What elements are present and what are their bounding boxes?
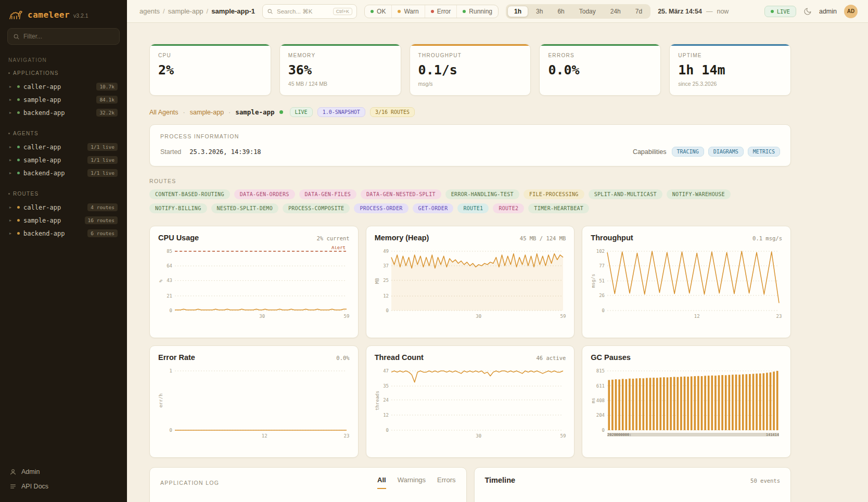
time-range-today[interactable]: Today (572, 6, 603, 17)
time-range-7d[interactable]: 7d (629, 6, 649, 17)
topbar-right: LIVE admin AD (764, 5, 858, 18)
svg-text:MB: MB (375, 278, 380, 284)
footer-item-api-docs[interactable]: API Docs (7, 479, 120, 494)
footer-item-admin[interactable]: Admin (7, 465, 120, 479)
application-log-title: APPLICATION LOG (160, 480, 219, 486)
status-dot-icon (17, 111, 20, 114)
sidebar-sections: APPLICATIONS▸caller-app10.7k▸sample-app8… (7, 70, 120, 458)
camel-logo-icon (8, 8, 24, 21)
date-label: 25. März 14:54 (658, 8, 702, 15)
status-filter-warn[interactable]: Warn (391, 5, 424, 18)
breadcrumb-agents[interactable]: agents (139, 7, 160, 15)
svg-text:37: 37 (383, 263, 389, 268)
sidebar-item-caller-app[interactable]: ▸caller-app1/1 live (7, 140, 120, 153)
time-range-24h[interactable]: 24h (604, 6, 628, 17)
application-log-card: APPLICATION LOG AllWarningsErrors (149, 467, 467, 502)
sidebar-section-title[interactable]: AGENTS (8, 131, 119, 136)
sidebar-item-backend-app[interactable]: ▸backend-app1/1 live (7, 166, 120, 179)
status-filter-error[interactable]: Error (425, 5, 457, 18)
live-dot-icon (771, 10, 774, 13)
app-version: v3.2.1 (73, 12, 88, 19)
chevron-right-icon: ▸ (9, 97, 14, 102)
route-chip-process-composite[interactable]: PROCESS-COMPOSITE (283, 203, 350, 213)
sidebar-item-badge: 84.1k (96, 96, 118, 104)
sidebar-item-sample-app[interactable]: ▸sample-app16 routes (7, 214, 120, 227)
chevron-right-icon: ▸ (9, 145, 14, 149)
route-chip-nested-split-demo[interactable]: NESTED-SPLIT-DEMO (211, 203, 278, 213)
section-bullet-icon (8, 193, 10, 195)
sidebar-item-caller-app[interactable]: ▸caller-app10.7k (7, 80, 120, 93)
avatar[interactable]: AD (844, 5, 858, 18)
context-link-sample-app[interactable]: sample-app (190, 109, 224, 116)
chart-card-thread-count: Thread Count46 active0122435473059thread… (366, 345, 575, 458)
sidebar-filter[interactable] (7, 28, 120, 45)
dark-mode-toggle[interactable] (803, 7, 812, 16)
status-filter-label: Running (469, 8, 492, 15)
sidebar-section-title[interactable]: APPLICATIONS (8, 70, 119, 76)
sidebar-item-caller-app[interactable]: ▸caller-app4 routes (7, 201, 120, 214)
route-chip-file-processing[interactable]: FILE-PROCESSING (524, 189, 584, 199)
route-chip-data-gen-nested-split[interactable]: DATA-GEN-NESTED-SPLIT (361, 189, 441, 199)
live-toggle[interactable]: LIVE (764, 6, 796, 17)
status-dot-icon (17, 206, 20, 209)
sidebar-section-title[interactable]: ROUTES (8, 191, 119, 197)
route-chip-split-and-multicast[interactable]: SPLIT-AND-MULTICAST (589, 189, 662, 199)
status-filter-running[interactable]: Running (456, 5, 498, 18)
route-chip-content-based-routing[interactable]: CONTENT-BASED-ROUTING (149, 189, 230, 199)
kpi-card-cpu: CPU2% (149, 44, 271, 96)
sidebar-footer: AdminAPI Docs (7, 458, 120, 494)
log-tab-all[interactable]: All (377, 476, 386, 489)
chart-header: Error Rate0.0% (158, 353, 350, 362)
main-content: CPU2%MEMORY36%45 MB / 124 MBTHROUGHPUT0.… (127, 23, 868, 502)
kpi-value: 0.1/s (418, 62, 522, 78)
svg-text:0: 0 (170, 428, 172, 433)
route-chip-get-order[interactable]: GET-ORDER (413, 203, 454, 213)
kpi-card-errors: ERRORS0.0% (539, 44, 661, 96)
search-input[interactable] (277, 8, 329, 15)
status-filter-ok[interactable]: OK (365, 5, 391, 18)
global-search[interactable]: Ctrl+K (262, 4, 357, 19)
log-tab-warnings[interactable]: Warnings (398, 476, 426, 489)
route-chip-notify-warehouse[interactable]: NOTIFY-WAREHOUSE (667, 189, 731, 199)
svg-text:408: 408 (596, 398, 605, 403)
route-chip-process-order[interactable]: PROCESS-ORDER (354, 203, 408, 213)
process-info-title: PROCESS INFORMATION (160, 133, 780, 139)
route-chip-timer-heartbeat[interactable]: TIMER-HEARTBEAT (528, 203, 589, 213)
route-chip-error-handling-test[interactable]: ERROR-HANDLING-TEST (445, 189, 519, 199)
sidebar-item-badge: 6 routes (87, 229, 118, 237)
route-chip-data-gen-files[interactable]: DATA-GEN-FILES (299, 189, 357, 199)
sidebar-item-backend-app[interactable]: ▸backend-app32.2k (7, 106, 120, 119)
log-tab-errors[interactable]: Errors (437, 476, 455, 489)
route-chip-notify-billing[interactable]: NOTIFY-BILLING (149, 203, 207, 213)
search-icon (13, 33, 20, 40)
kpi-value: 0.0% (548, 62, 652, 78)
time-range-3h[interactable]: 3h (529, 6, 550, 17)
route-chip-data-gen-orders[interactable]: DATA-GEN-ORDERS (234, 189, 295, 199)
svg-text:59: 59 (560, 433, 566, 439)
chart-plot-cpu-usage: 0214364853059%Alert (158, 246, 351, 324)
app-logo[interactable]: cameleer v3.2.1 (7, 7, 120, 28)
context-link-all-agents[interactable]: All Agents (149, 109, 178, 116)
svg-text:30: 30 (259, 314, 265, 319)
sidebar-item-backend-app[interactable]: ▸backend-app6 routes (7, 227, 120, 240)
filter-input[interactable] (23, 33, 114, 40)
chart-meta-value: 0.0% (336, 355, 349, 361)
route-chip-route2[interactable]: ROUTE2 (493, 203, 524, 213)
date-dash: — (706, 8, 713, 15)
process-info-card: PROCESS INFORMATION Started 25.3.2026, 1… (149, 124, 791, 166)
search-shortcut-badge: Ctrl+K (333, 8, 352, 15)
time-window[interactable]: 25. März 14:54 — now (658, 8, 729, 15)
sidebar-item-badge: 32.2k (96, 109, 118, 117)
svg-text:815: 815 (596, 368, 605, 374)
breadcrumb-sample-app[interactable]: sample-app (168, 7, 203, 15)
route-chip-route1[interactable]: ROUTE1 (457, 203, 489, 213)
svg-text:204: 204 (596, 413, 605, 418)
sidebar-item-label: caller-app (23, 144, 84, 151)
time-range-6h[interactable]: 6h (551, 6, 571, 17)
svg-text:12: 12 (262, 433, 267, 439)
kpi-card-memory: MEMORY36%45 MB / 124 MB (279, 44, 401, 96)
chart-plot-throughput: 02651771021223msg/s (591, 246, 783, 324)
time-range-1h[interactable]: 1h (507, 6, 528, 17)
sidebar-item-sample-app[interactable]: ▸sample-app1/1 live (7, 153, 120, 166)
sidebar-item-sample-app[interactable]: ▸sample-app84.1k (7, 93, 120, 106)
